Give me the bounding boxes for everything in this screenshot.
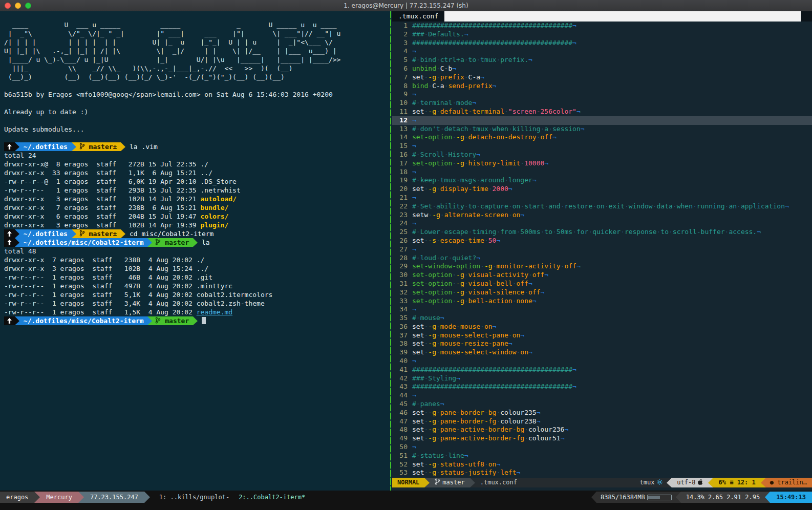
- minimize-button[interactable]: [15, 3, 21, 9]
- vim-line[interactable]: 40¬: [392, 357, 812, 366]
- vim-line[interactable]: 7set·-g·prefix·C-a¬: [392, 73, 812, 82]
- vim-line[interactable]: 11set·-g·default-terminal·"screen-256col…: [392, 108, 812, 116]
- close-button[interactable]: [5, 3, 11, 9]
- vim-line[interactable]: 32set-option·-g·visual-silence·off¬: [392, 288, 812, 297]
- vim-line[interactable]: 17set-option·-g·history-limit·10000¬: [392, 159, 812, 168]
- vim-line[interactable]: 8bind·C-a·send-prefix¬: [392, 82, 812, 91]
- zoom-button[interactable]: [25, 3, 31, 9]
- vim-line[interactable]: 33set-option·-g·bell-action·none¬: [392, 297, 812, 306]
- vim-line[interactable]: 43######################################…: [392, 383, 812, 391]
- vim-line[interactable]: 52set·-g·status-utf8·on¬: [392, 460, 812, 469]
- vim-line[interactable]: 18¬: [392, 168, 812, 177]
- vim-line[interactable]: 3#######################################…: [392, 39, 812, 48]
- text-token: ¬: [412, 219, 416, 227]
- text-token: -g·: [428, 323, 440, 330]
- vim-line[interactable]: 27¬: [392, 245, 812, 254]
- vim-line[interactable]: 13#·don't·detach·tmux·when·killing·a·ses…: [392, 125, 812, 134]
- vim-line[interactable]: 41######################################…: [392, 366, 812, 374]
- vim-line[interactable]: 22#·Set·ability·to·capture·on·start·and·…: [392, 202, 812, 211]
- term-line: b6a515b by Eragos <mfo1009@goog</span>le…: [4, 90, 392, 99]
- vim-line[interactable]: 51#·status·line¬: [392, 452, 812, 460]
- vim-line[interactable]: 44¬: [392, 391, 812, 400]
- vim-line[interactable]: 4¬: [392, 47, 812, 56]
- vim-line[interactable]: 9¬: [392, 90, 812, 99]
- vim-line[interactable]: 14set-option·-g·detach-on-destroy·off¬: [392, 133, 812, 142]
- text-token: ¬: [412, 305, 416, 313]
- vim-line[interactable]: 23setw·-g·alternate-screen·on¬: [392, 211, 812, 220]
- vim-line[interactable]: 47set·-g·pane-border-fg·colour238¬: [392, 417, 812, 426]
- vim-line[interactable]: 26set·-s·escape-time·50¬: [392, 237, 812, 245]
- line-content: ¬: [412, 357, 416, 366]
- vim-line[interactable]: 50¬: [392, 443, 812, 452]
- text-token: ¬: [493, 323, 497, 330]
- text-token: -g·: [432, 211, 444, 219]
- tabline-end: [801, 11, 812, 22]
- term-line: drwxr-xr-x 6 eragos staff 204B 15 Jul 19…: [4, 212, 392, 221]
- text-token: colour236: [528, 426, 564, 433]
- vim-line[interactable]: 5#·bind·ctrl+a·to·tmux·prefix.¬: [392, 56, 812, 65]
- window-item-1[interactable]: 1: ..kills/gnuplot-: [159, 492, 229, 503]
- line-content: #·status·line¬: [412, 452, 468, 460]
- text-token: drwxr-xr-x 7 eragos staff 238B 6 Aug 15:…: [4, 204, 201, 211]
- text-token: colour51: [528, 434, 561, 442]
- vim-line[interactable]: 35#·mouse¬: [392, 314, 812, 323]
- vim-line[interactable]: 34¬: [392, 305, 812, 314]
- vim-line[interactable]: 15¬: [392, 142, 812, 151]
- window-item-2[interactable]: 2:..Cobalt2-iterm*: [239, 492, 305, 503]
- line-content: #·loud·or·quiet?¬: [412, 254, 480, 263]
- text-token: -g·: [456, 280, 468, 287]
- vim-line[interactable]: 12¬: [392, 116, 812, 125]
- pane-divider[interactable]: [390, 11, 391, 491]
- vim-line[interactable]: 24¬: [392, 219, 812, 228]
- term-line: /| | | | | | | | | | U| |_ u |_"_| U | |…: [4, 38, 392, 47]
- vim-line[interactable]: 2###·Defaults.¬: [392, 30, 812, 39]
- vim-line[interactable]: 30set-option·-g·visual-activity·off¬: [392, 271, 812, 280]
- tabline-label[interactable]: .tmux.conf: [392, 11, 444, 22]
- shell-pane[interactable]: ____ U ___ u _____ _____ _ U _____ u u _…: [0, 11, 392, 491]
- text-token: ¬: [412, 357, 416, 365]
- vim-line[interactable]: 1#######################################…: [392, 22, 812, 30]
- vim-line[interactable]: 39set·-g·mouse-select-window·on¬: [392, 348, 812, 357]
- vim-line[interactable]: 25#·Lower·escape·timing·from·500ms·to·50…: [392, 228, 812, 237]
- text-token: pane-border-bg·: [440, 409, 500, 416]
- line-content: set·-g·mode-mouse·on¬: [412, 323, 496, 331]
- text-token: [72, 229, 76, 238]
- vim-line[interactable]: 28#·loud·or·quiet?¬: [392, 254, 812, 263]
- text-token: plugin/: [201, 221, 229, 229]
- vim-line[interactable]: 38set·-g·mouse-resize-pane¬: [392, 339, 812, 348]
- vim-line[interactable]: 36set·-g·mode-mouse·on¬: [392, 323, 812, 331]
- vim-pane[interactable]: .tmux.conf 1############################…: [392, 11, 812, 491]
- vim-line[interactable]: 49set·-g·pane-active-border-fg·colour51¬: [392, 434, 812, 443]
- vim-line[interactable]: 37set·-g·mouse-select-pane·on¬: [392, 331, 812, 340]
- text-token: -g·: [456, 297, 468, 305]
- vim-line[interactable]: 45#·panes¬: [392, 400, 812, 409]
- arrow-up-icon: [4, 142, 15, 151]
- line-content: ¬: [412, 219, 416, 228]
- text-token: Update submodules...: [4, 125, 84, 133]
- vim-line[interactable]: 16#·Scroll·History¬: [392, 151, 812, 159]
- text-token: -rw-r--r-- 1 eragos staff 3,4K 4 Aug 20:…: [4, 300, 265, 307]
- vim-line[interactable]: 48set·-g·pane-active-border-bg·colour236…: [392, 426, 812, 434]
- line-content: set·-g·mouse-resize-pane¬: [412, 339, 512, 348]
- vim-line[interactable]: 20set·-g·display-time·2000¬: [392, 185, 812, 194]
- text-token: ¬: [464, 30, 468, 38]
- vim-line[interactable]: 19#·keep·tmux·msgs·around·longer¬: [392, 176, 812, 185]
- text-token: set·: [412, 469, 428, 476]
- line-number: 17: [392, 159, 412, 168]
- vim-line[interactable]: 6unbind·C-b¬: [392, 65, 812, 73]
- vim-buffer: 1#######################################…: [392, 22, 812, 478]
- memory-segment: 8385/16384MB: [596, 492, 676, 503]
- text-token: ¬: [440, 314, 444, 322]
- text-token: -g·: [428, 426, 440, 433]
- vim-line[interactable]: 42###·Styling¬: [392, 374, 812, 383]
- vim-line[interactable]: 31set-option·-g·visual-bell·off¬: [392, 280, 812, 288]
- vim-line[interactable]: 53set·-g·status-justify·left¬: [392, 469, 812, 477]
- vim-line[interactable]: 10#·terminal·mode¬: [392, 99, 812, 108]
- vim-line[interactable]: 21¬: [392, 194, 812, 202]
- text-token: autoload/: [201, 195, 237, 203]
- vim-line[interactable]: 46set·-g·pane-border-bg·colour235¬: [392, 409, 812, 417]
- encoding-segment: utf-8: [672, 478, 708, 487]
- text-token: set-window-option·: [412, 262, 484, 270]
- line-content: set-option·-g·history-limit·10000¬: [412, 159, 548, 168]
- vim-line[interactable]: 29set-window-option·-g·monitor-activity·…: [392, 262, 812, 271]
